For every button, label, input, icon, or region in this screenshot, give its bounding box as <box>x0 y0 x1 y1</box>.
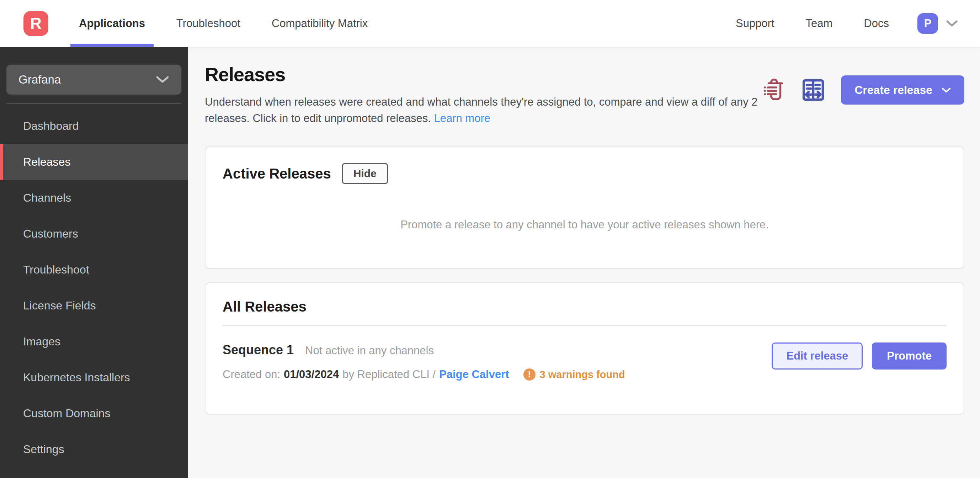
sidebar-item-label: License Fields <box>23 299 96 312</box>
page-actions: Create release <box>764 75 964 105</box>
warning-icon: ! <box>523 368 536 381</box>
sidebar-item-label: Dashboard <box>23 120 79 133</box>
active-tab-underline <box>70 44 154 47</box>
created-by-text: by Replicated CLI / <box>342 368 436 381</box>
sidebar-item-label: Images <box>23 335 60 348</box>
sidebar-item-troubleshoot[interactable]: Troubleshoot <box>0 252 188 288</box>
sidebar-divider <box>6 103 181 104</box>
releases-page: Releases Understand when releases were c… <box>188 47 980 478</box>
sidebar-item-channels[interactable]: Channels <box>0 180 188 216</box>
utility-nav: Support Team Docs P <box>705 13 958 34</box>
nav-link-support[interactable]: Support <box>736 17 775 30</box>
learn-more-link[interactable]: Learn more <box>434 112 490 124</box>
content-area: Grafana Dashboard Releases Channels Cust… <box>0 47 980 478</box>
nav-tab-label: Applications <box>79 17 145 30</box>
all-releases-card: All Releases Sequence 1 Not active in an… <box>205 282 964 415</box>
release-created-line: Created on: 01/03/2024 by Replicated CLI… <box>223 368 625 381</box>
sidebar-item-settings[interactable]: Settings <box>0 432 188 467</box>
edit-release-button[interactable]: Edit release <box>772 343 863 370</box>
promote-button[interactable]: Promote <box>872 343 947 370</box>
create-release-button[interactable]: Create release <box>841 75 964 105</box>
avatar: P <box>917 13 938 34</box>
trash-releases-icon[interactable] <box>764 78 786 102</box>
sidebar-item-label: Channels <box>23 191 71 204</box>
sidebar-item-label: Kubernetes Installers <box>23 371 130 384</box>
sidebar-item-images[interactable]: Images <box>0 323 188 360</box>
warnings-group[interactable]: ! 3 warnings found <box>523 368 625 381</box>
top-nav-bar: R Applications Troubleshoot Compatibilit… <box>0 0 980 47</box>
page-title: Releases <box>205 63 759 85</box>
chevron-down-icon <box>942 87 951 93</box>
sidebar-item-label: Customers <box>23 227 78 241</box>
primary-nav: Applications Troubleshoot Compatibility … <box>63 0 383 47</box>
sidebar-item-label: Custom Domains <box>23 407 110 420</box>
page-description: Understand when releases were created an… <box>205 94 759 127</box>
sidebar-item-custom-domains[interactable]: Custom Domains <box>0 395 188 432</box>
sidebar-item-dashboard[interactable]: Dashboard <box>0 108 188 144</box>
active-releases-card: Active Releases Hide Promote a release t… <box>205 147 964 269</box>
app-selector-dropdown[interactable]: Grafana <box>6 65 181 95</box>
all-releases-title: All Releases <box>223 299 947 315</box>
release-status-text: Not active in any channels <box>305 344 434 357</box>
page-header: Releases Understand when releases were c… <box>205 63 964 127</box>
nav-tab-label: Troubleshoot <box>177 17 240 30</box>
author-link[interactable]: Paige Calvert <box>439 368 509 381</box>
diff-releases-icon[interactable] <box>802 79 825 101</box>
sidebar-item-customers[interactable]: Customers <box>0 216 188 252</box>
release-actions: Edit release Promote <box>772 343 947 370</box>
account-menu[interactable]: P <box>917 13 958 34</box>
sidebar-item-releases[interactable]: Releases <box>0 144 188 180</box>
app-sidebar: Grafana Dashboard Releases Channels Cust… <box>0 47 188 478</box>
warnings-found-text: 3 warnings found <box>540 369 625 381</box>
active-releases-empty-state: Promote a release to any channel to have… <box>223 218 947 231</box>
release-sequence-link[interactable]: Sequence 1 <box>223 343 294 357</box>
created-prefix: Created on: <box>223 368 280 381</box>
nav-tab-applications[interactable]: Applications <box>63 0 161 47</box>
hide-active-releases-button[interactable]: Hide <box>342 163 388 184</box>
sidebar-item-kubernetes-installers[interactable]: Kubernetes Installers <box>0 360 188 395</box>
app-window: R Applications Troubleshoot Compatibilit… <box>0 0 980 478</box>
nav-tab-label: Compatibility Matrix <box>272 17 368 30</box>
replicated-logo[interactable]: R <box>24 11 48 36</box>
create-release-label: Create release <box>854 84 932 97</box>
chevron-down-icon <box>156 75 169 84</box>
all-releases-divider <box>223 325 947 326</box>
release-title-row: Sequence 1 Not active in any channels <box>223 343 625 357</box>
nav-link-team[interactable]: Team <box>806 17 833 30</box>
active-releases-title: Active Releases <box>223 166 331 182</box>
nav-link-docs[interactable]: Docs <box>864 17 889 30</box>
sidebar-item-license-fields[interactable]: License Fields <box>0 288 188 323</box>
page-heading-block: Releases Understand when releases were c… <box>205 63 759 127</box>
nav-tab-troubleshoot[interactable]: Troubleshoot <box>161 0 256 47</box>
nav-tab-compatibility-matrix[interactable]: Compatibility Matrix <box>256 0 383 47</box>
sidebar-item-label: Releases <box>23 155 70 169</box>
release-row-sequence-1: Sequence 1 Not active in any channels Cr… <box>223 343 947 381</box>
release-info: Sequence 1 Not active in any channels Cr… <box>223 343 625 381</box>
created-date: 01/03/2024 <box>284 368 339 381</box>
chevron-down-icon <box>946 19 958 27</box>
sidebar-item-label: Settings <box>23 443 64 456</box>
app-selector-value: Grafana <box>19 73 61 86</box>
active-releases-header: Active Releases Hide <box>223 163 947 184</box>
sidebar-item-label: Troubleshoot <box>23 263 89 276</box>
